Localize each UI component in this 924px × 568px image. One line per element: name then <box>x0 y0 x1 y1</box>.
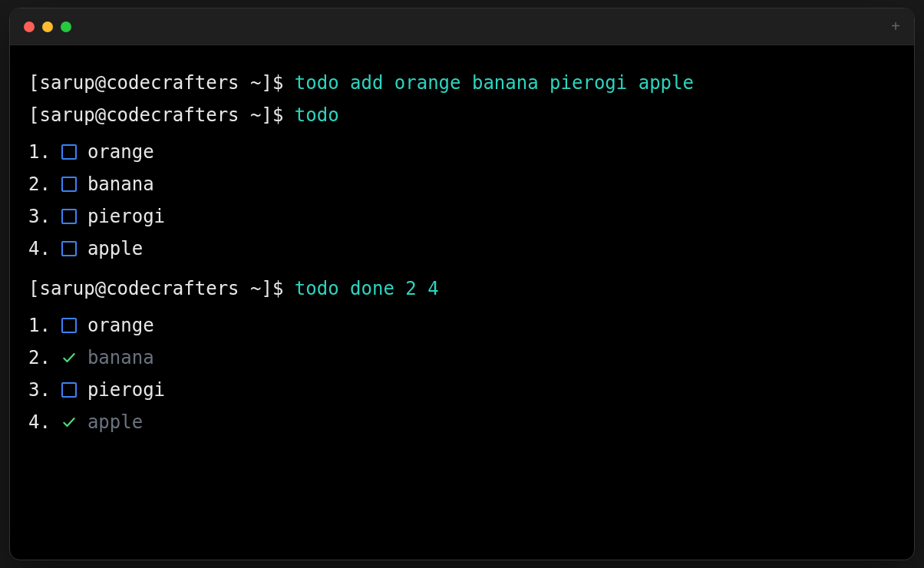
todo-item: 3.pierogi <box>28 374 896 406</box>
maximize-icon[interactable] <box>61 21 71 32</box>
todo-item: 4.apple <box>28 233 896 265</box>
item-number: 4. <box>28 406 51 438</box>
item-text: pierogi <box>87 374 165 406</box>
prompt-line: [sarup@codecrafters ~]$ todo <box>28 99 896 131</box>
checkbox-empty-icon <box>61 318 77 333</box>
item-number: 1. <box>28 136 51 168</box>
todo-item: 1.orange <box>28 309 896 342</box>
item-text: orange <box>87 309 154 342</box>
checkbox-empty-icon <box>61 382 77 398</box>
traffic-lights <box>24 21 71 32</box>
checkbox-empty-icon <box>61 144 77 160</box>
command-text: todo add orange banana pierogi apple <box>295 67 694 99</box>
shell-prompt: [sarup@codecrafters ~]$ <box>28 272 295 305</box>
todo-item: 4.apple <box>28 406 896 438</box>
prompt-line: [sarup@codecrafters ~]$ todo done 2 4 <box>28 272 896 305</box>
todo-list-output: 1.orange2.banana3.pierogi4.apple <box>28 136 896 265</box>
item-number: 1. <box>28 309 51 342</box>
check-icon <box>61 414 77 430</box>
item-text: orange <box>87 136 154 168</box>
item-number: 2. <box>28 342 51 374</box>
todo-item: 1.orange <box>28 136 896 168</box>
item-number: 4. <box>28 233 51 265</box>
item-text: apple <box>87 233 143 265</box>
item-number: 3. <box>28 200 51 233</box>
terminal-content[interactable]: [sarup@codecrafters ~]$ todo add orange … <box>10 45 914 467</box>
shell-prompt: [sarup@codecrafters ~]$ <box>28 67 295 99</box>
checkbox-empty-icon <box>61 209 77 224</box>
item-text: banana <box>87 168 154 200</box>
item-text: banana <box>87 342 154 374</box>
command-text: todo done 2 4 <box>295 272 439 305</box>
checkbox-empty-icon <box>61 177 77 192</box>
minimize-icon[interactable] <box>42 21 53 32</box>
command-text: todo <box>295 99 339 131</box>
todo-item: 2.banana <box>28 168 896 200</box>
prompt-line: [sarup@codecrafters ~]$ todo add orange … <box>28 67 896 99</box>
shell-prompt: [sarup@codecrafters ~]$ <box>28 99 295 131</box>
todo-list-output: 1.orange2.banana3.pierogi4.apple <box>28 309 896 438</box>
todo-item: 3.pierogi <box>28 200 896 233</box>
new-tab-button[interactable]: + <box>891 18 900 35</box>
close-icon[interactable] <box>24 21 35 32</box>
item-number: 3. <box>28 374 51 406</box>
check-icon <box>61 350 77 365</box>
todo-item: 2.banana <box>28 342 896 374</box>
item-text: apple <box>87 406 143 438</box>
titlebar: + <box>10 8 914 45</box>
item-text: pierogi <box>87 200 165 233</box>
terminal-window: + [sarup@codecrafters ~]$ todo add orang… <box>9 8 915 560</box>
checkbox-empty-icon <box>61 241 77 256</box>
item-number: 2. <box>28 168 51 200</box>
